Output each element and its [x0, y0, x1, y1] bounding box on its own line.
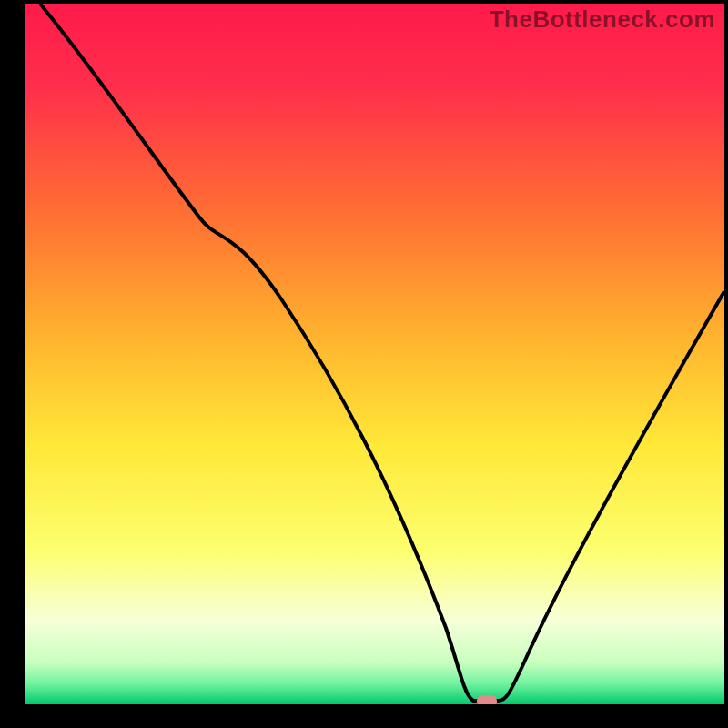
y-axis-bar	[0, 0, 25, 728]
bottleneck-chart	[0, 0, 728, 728]
plot-gradient-background	[25, 4, 724, 704]
chart-stage: TheBottleneck.com	[0, 0, 728, 728]
x-axis-bar	[0, 704, 728, 728]
